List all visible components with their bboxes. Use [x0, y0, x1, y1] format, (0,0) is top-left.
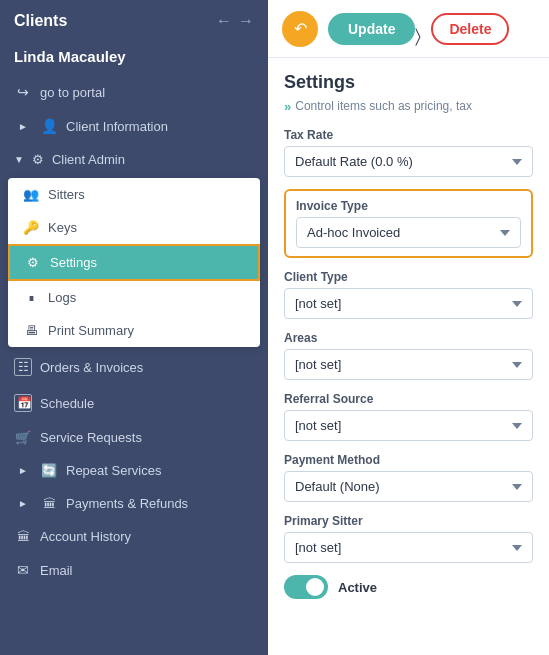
client-admin-label: Client Admin — [52, 152, 125, 167]
referral-source-label: Referral Source — [284, 392, 533, 406]
expand-arrow-icon: ► — [14, 121, 32, 132]
invoice-type-label: Invoice Type — [296, 199, 521, 213]
active-toggle-row: Active — [284, 575, 533, 599]
settings-subtitle-text: Control items such as pricing, tax — [295, 99, 472, 113]
delete-button[interactable]: Delete — [431, 13, 509, 45]
account-history-label: Account History — [40, 529, 131, 544]
primary-sitter-field: Primary Sitter [not set] — [284, 514, 533, 563]
invoice-type-select[interactable]: Ad-hoc Invoiced — [296, 217, 521, 248]
client-type-field: Client Type [not set] — [284, 270, 533, 319]
payment-method-field: Payment Method Default (None) — [284, 453, 533, 502]
submenu-item-keys[interactable]: 🔑 Keys — [8, 211, 260, 244]
main-panel: ↶ Update 〉 Delete Settings » Control ite… — [268, 0, 549, 655]
sidebar-item-repeat-services[interactable]: ► 🔄 Repeat Services — [0, 454, 268, 487]
sidebar-item-client-admin[interactable]: ▼ ⚙ Client Admin — [0, 143, 268, 176]
tax-rate-field: Tax Rate Default Rate (0.0 %) — [284, 128, 533, 177]
sidebar: Clients ← → Linda Macauley ↪ go to porta… — [0, 0, 268, 655]
next-client-icon[interactable]: → — [238, 12, 254, 30]
repeat-services-label: Repeat Services — [66, 463, 161, 478]
expand-repeat-icon: ► — [14, 465, 32, 476]
sitters-label: Sitters — [48, 187, 85, 202]
keys-label: Keys — [48, 220, 77, 235]
client-information-label: Client Information — [66, 119, 168, 134]
sidebar-header: Clients ← → — [0, 0, 268, 42]
toolbar: ↶ Update 〉 Delete — [268, 0, 549, 58]
logs-label: Logs — [48, 290, 76, 305]
client-type-select[interactable]: [not set] — [284, 288, 533, 319]
sidebar-item-orders-invoices[interactable]: ☷ Orders & Invoices — [0, 349, 268, 385]
print-summary-label: Print Summary — [48, 323, 134, 338]
tax-rate-label: Tax Rate — [284, 128, 533, 142]
payments-icon: 🏛 — [40, 496, 58, 511]
sidebar-nav-arrows: ← → — [216, 12, 254, 30]
submenu-item-sitters[interactable]: 👥 Sitters — [8, 178, 260, 211]
email-icon: ✉ — [14, 562, 32, 578]
back-button[interactable]: ↶ — [282, 11, 318, 47]
orders-label: Orders & Invoices — [40, 360, 143, 375]
client-admin-arrow-icon: ▼ — [14, 154, 24, 165]
areas-label: Areas — [284, 331, 533, 345]
repeat-services-icon: 🔄 — [40, 463, 58, 478]
expand-payments-icon: ► — [14, 498, 32, 509]
settings-page-title: Settings — [284, 72, 533, 93]
primary-sitter-select[interactable]: [not set] — [284, 532, 533, 563]
sidebar-item-account-history[interactable]: 🏛 Account History — [0, 520, 268, 553]
orders-icon: ☷ — [14, 358, 32, 376]
tax-rate-select[interactable]: Default Rate (0.0 %) — [284, 146, 533, 177]
sidebar-item-portal[interactable]: ↪ go to portal — [0, 75, 268, 109]
client-admin-icon: ⚙ — [32, 152, 44, 167]
client-admin-submenu: 👥 Sitters 🔑 Keys ⚙ Settings ∎ Logs 🖶 Pri… — [8, 178, 260, 347]
schedule-icon: 📅 — [14, 394, 32, 412]
client-type-label: Client Type — [284, 270, 533, 284]
toggle-slider — [284, 575, 328, 599]
account-history-icon: 🏛 — [14, 529, 32, 544]
sitters-icon: 👥 — [22, 187, 40, 202]
sidebar-item-schedule[interactable]: 📅 Schedule — [0, 385, 268, 421]
submenu-item-print-summary[interactable]: 🖶 Print Summary — [8, 314, 260, 347]
portal-icon: ↪ — [14, 84, 32, 100]
client-information-icon: 👤 — [40, 118, 58, 134]
payments-label: Payments & Refunds — [66, 496, 188, 511]
settings-label: Settings — [50, 255, 97, 270]
sidebar-item-payments-refunds[interactable]: ► 🏛 Payments & Refunds — [0, 487, 268, 520]
referral-source-field: Referral Source [not set] — [284, 392, 533, 441]
areas-select[interactable]: [not set] — [284, 349, 533, 380]
sidebar-item-email[interactable]: ✉ Email — [0, 553, 268, 587]
back-icon: ↶ — [294, 19, 307, 38]
settings-content: Settings » Control items such as pricing… — [268, 58, 549, 613]
prev-client-icon[interactable]: ← — [216, 12, 232, 30]
print-icon: 🖶 — [22, 323, 40, 338]
update-button[interactable]: Update — [328, 13, 415, 45]
sidebar-title: Clients — [14, 12, 67, 30]
cursor-hand-icon: 〉 — [415, 26, 421, 47]
email-label: Email — [40, 563, 73, 578]
active-label: Active — [338, 580, 377, 595]
sidebar-item-client-information[interactable]: ► 👤 Client Information — [0, 109, 268, 143]
payment-method-label: Payment Method — [284, 453, 533, 467]
active-toggle[interactable] — [284, 575, 328, 599]
logs-icon: ∎ — [22, 291, 40, 304]
primary-sitter-label: Primary Sitter — [284, 514, 533, 528]
service-requests-icon: 🛒 — [14, 430, 32, 445]
portal-label: go to portal — [40, 85, 105, 100]
chevrons-icon: » — [284, 99, 291, 114]
settings-icon: ⚙ — [24, 255, 42, 270]
service-requests-label: Service Requests — [40, 430, 142, 445]
client-name: Linda Macauley — [0, 42, 268, 75]
submenu-item-logs[interactable]: ∎ Logs — [8, 281, 260, 314]
payment-method-select[interactable]: Default (None) — [284, 471, 533, 502]
sidebar-item-service-requests[interactable]: 🛒 Service Requests — [0, 421, 268, 454]
areas-field: Areas [not set] — [284, 331, 533, 380]
invoice-type-field: Invoice Type Ad-hoc Invoiced — [284, 189, 533, 258]
keys-icon: 🔑 — [22, 220, 40, 235]
submenu-item-settings[interactable]: ⚙ Settings — [8, 244, 260, 281]
referral-source-select[interactable]: [not set] — [284, 410, 533, 441]
settings-subtitle: » Control items such as pricing, tax — [284, 99, 533, 114]
schedule-label: Schedule — [40, 396, 94, 411]
